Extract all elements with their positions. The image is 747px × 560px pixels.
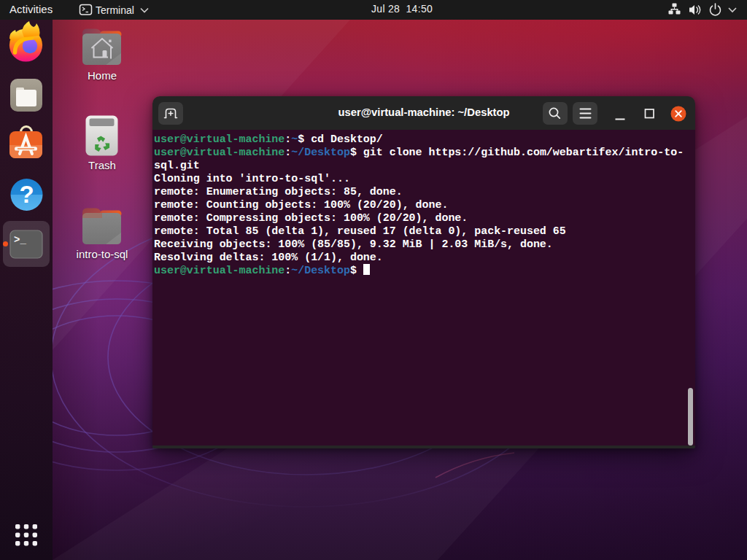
svg-text:Terminal: Terminal — [96, 4, 134, 16]
svg-text:?: ? — [19, 181, 34, 208]
